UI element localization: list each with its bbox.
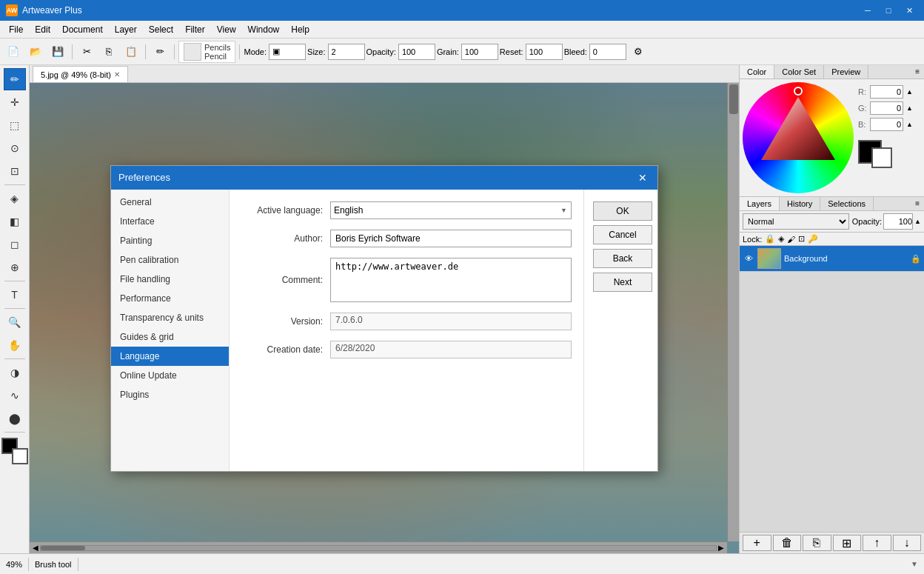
grain-dropdown[interactable]: 100 [461, 44, 498, 60]
tab-history[interactable]: History [780, 197, 820, 210]
author-input[interactable] [330, 230, 572, 247]
opacity-input[interactable] [883, 213, 913, 230]
toolbar-open[interactable]: 📂 [25, 41, 46, 62]
lock-paint-icon[interactable]: 🖌 [787, 235, 795, 244]
nav-performance[interactable]: Performance [111, 289, 229, 308]
layer-visibility-toggle[interactable]: 👁 [743, 253, 754, 264]
menu-help[interactable]: Help [285, 21, 315, 38]
tab-color[interactable]: Color [740, 65, 774, 79]
nav-pen-calibration[interactable]: Pen calibration [111, 250, 229, 270]
toolbar-cut[interactable]: ✂ [76, 41, 97, 62]
cancel-button[interactable]: Cancel [593, 225, 652, 244]
b-input[interactable] [870, 118, 903, 131]
color-panel-menu[interactable]: ≡ [911, 65, 924, 79]
toolbar-copy[interactable]: ⎘ [98, 41, 119, 62]
back-button[interactable]: Back [593, 249, 652, 268]
lock-extra-icon[interactable]: 🔑 [808, 234, 818, 244]
color-wheel[interactable] [743, 82, 854, 193]
opacity-up[interactable]: ▲ [914, 218, 921, 225]
nav-transparency-units[interactable]: Transparency & units [111, 308, 229, 327]
r-up-arrow[interactable]: ▲ [906, 88, 913, 96]
menu-filter[interactable]: Filter [179, 21, 211, 38]
menu-edit[interactable]: Edit [29, 21, 56, 38]
tab-preview[interactable]: Preview [824, 65, 868, 79]
menu-file[interactable]: File [3, 21, 29, 38]
language-select[interactable]: English German French Spanish Italian Po… [330, 201, 572, 219]
add-layer-button[interactable]: + [743, 535, 771, 551]
opacity-dropdown[interactable]: 100 [398, 44, 435, 60]
layer-down-button[interactable]: ↓ [893, 535, 922, 551]
delete-layer-button[interactable]: 🗑 [773, 535, 802, 551]
tool-zoom[interactable]: 🔍 [4, 311, 26, 333]
reset-dropdown[interactable]: 100 [526, 44, 563, 60]
menu-view[interactable]: View [211, 21, 242, 38]
menu-window[interactable]: Window [242, 21, 286, 38]
nav-language[interactable]: Language [111, 347, 229, 366]
layers-mode-select[interactable]: Normal [743, 213, 849, 230]
nav-file-handling[interactable]: File handling [111, 270, 229, 289]
g-up-arrow[interactable]: ▲ [906, 104, 913, 112]
layers-panel-menu[interactable]: ≡ [911, 197, 924, 210]
r-slider-row: R: ▲ [858, 85, 921, 99]
menu-layer[interactable]: Layer [109, 21, 143, 38]
tool-move[interactable]: ✛ [4, 91, 26, 113]
close-button[interactable]: ✕ [900, 3, 918, 18]
nav-online-update[interactable]: Online Update [111, 366, 229, 385]
tab-close-button[interactable]: ✕ [114, 70, 120, 79]
tool-dodge[interactable]: ◑ [4, 361, 26, 384]
tool-gradient[interactable]: ◧ [4, 210, 26, 233]
g-input[interactable] [870, 101, 903, 115]
color-swatch-container[interactable] [858, 140, 892, 168]
mode-dropdown[interactable]: ▣ [269, 44, 306, 60]
size-dropdown[interactable]: 2 [328, 44, 365, 60]
nav-painting[interactable]: Painting [111, 231, 229, 250]
tool-smudge[interactable]: ∿ [4, 384, 26, 407]
toolbar-new[interactable]: 📄 [3, 41, 24, 62]
lock-transparent-icon[interactable]: ◈ [778, 234, 784, 244]
nav-interface[interactable]: Interface [111, 212, 229, 231]
menu-document[interactable]: Document [56, 21, 109, 38]
menu-select[interactable]: Select [143, 21, 179, 38]
layers-panel: Layers History Selections ≡ Normal Opaci… [740, 197, 924, 553]
tool-crop[interactable]: ⊡ [4, 160, 26, 182]
tool-brush[interactable]: ✏ [4, 68, 26, 90]
layer-item-background[interactable]: 👁 Background 🔒 [740, 246, 924, 272]
toolbar-extra[interactable]: ⚙ [628, 41, 649, 62]
toolbar-save[interactable]: 💾 [47, 41, 68, 62]
svg-point-2 [794, 87, 802, 95]
layer-thumbnail [757, 248, 781, 269]
nav-general[interactable]: General [111, 193, 229, 212]
duplicate-layer-button[interactable]: ⎘ [803, 535, 831, 551]
nav-plugins[interactable]: Plugins [111, 385, 229, 404]
maximize-button[interactable]: □ [880, 3, 897, 18]
layer-up-button[interactable]: ↑ [863, 535, 891, 551]
tab-layers[interactable]: Layers [740, 197, 780, 210]
tool-clone[interactable]: ⊕ [4, 256, 26, 278]
minimize-button[interactable]: ─ [859, 3, 877, 18]
merge-layer-button[interactable]: ⊞ [833, 535, 862, 551]
tab-selections[interactable]: Selections [820, 197, 874, 210]
toolbar-paste[interactable]: 📋 [121, 41, 141, 62]
tool-selection[interactable]: ⬚ [4, 114, 26, 136]
canvas-tab[interactable]: 5.jpg @ 49% (8-bit) ✕ [33, 66, 128, 82]
b-up-arrow[interactable]: ▲ [906, 121, 913, 128]
next-button[interactable]: Next [593, 273, 652, 292]
bleed-dropdown[interactable]: 0 [589, 44, 626, 60]
nav-guides-grid[interactable]: Guides & grid [111, 327, 229, 347]
tool-lasso[interactable]: ⊙ [4, 137, 26, 159]
color-swatches-tool[interactable] [1, 438, 28, 464]
lock-all-icon[interactable]: ⊡ [798, 234, 805, 244]
tool-eraser[interactable]: ◻ [4, 233, 26, 256]
tool-fill[interactable]: ◈ [4, 187, 26, 210]
lock-position-icon[interactable]: 🔒 [765, 234, 775, 244]
ok-button[interactable]: OK [593, 201, 652, 221]
toolbar-pencil[interactable]: ✏ [150, 41, 170, 62]
r-input[interactable] [870, 85, 903, 99]
tab-color-set[interactable]: Color Set [774, 65, 824, 79]
tool-text[interactable]: T [4, 284, 26, 306]
tool-hand[interactable]: ✋ [4, 334, 26, 356]
tool-blur[interactable]: ⬤ [4, 407, 26, 430]
comment-textarea[interactable]: http://www.artweaver.de [330, 258, 572, 302]
preferences-dialog: Preferences ✕ General Interface Painting… [110, 165, 658, 472]
dialog-close-button[interactable]: ✕ [635, 170, 650, 185]
